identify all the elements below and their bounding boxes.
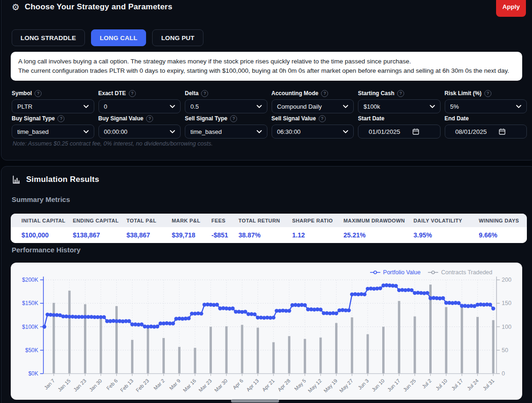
help-icon[interactable]: ? — [201, 90, 208, 97]
tab-long-call[interactable]: LONG CALL — [91, 29, 147, 46]
exact-dte-label: Exact DTE? — [98, 90, 181, 97]
results-card-title: Simulation Results — [26, 175, 99, 184]
svg-text:Jul 17: Jul 17 — [450, 378, 464, 391]
accounting-mode-label: Accounting Mode? — [272, 90, 354, 97]
parameters-row-1: Symbol? PLTR Exact DTE? 0 Delta? 0.5 Acc… — [12, 90, 527, 113]
sell-signal-value-field-group: Sell Signal Value? 06:30:00 — [272, 115, 354, 139]
risk-limit-label: Risk Limit (%)? — [445, 90, 527, 97]
chevron-down-icon — [170, 105, 175, 108]
chevron-down-icon — [170, 130, 175, 133]
symbol-label: Symbol? — [12, 90, 94, 97]
svg-text:Jan 15: Jan 15 — [56, 378, 71, 393]
sell-signal-value-label: Sell Signal Value? — [272, 115, 354, 122]
metric-header: DAILY VOLATILITY — [413, 218, 479, 223]
help-icon[interactable]: ? — [484, 90, 491, 97]
bar-chart-icon — [12, 175, 21, 184]
exact-dte-select[interactable]: 0 — [98, 99, 181, 113]
svg-text:May 27: May 27 — [338, 378, 354, 394]
svg-text:Jul 2: Jul 2 — [421, 378, 433, 389]
summary-metrics-title: Summary Metrics — [12, 195, 70, 203]
tab-long-put[interactable]: LONG PUT — [152, 29, 203, 46]
svg-text:Jun 17: Jun 17 — [386, 378, 401, 393]
help-icon[interactable]: ? — [230, 115, 237, 122]
sell-signal-type-select[interactable]: time_based — [185, 125, 267, 139]
summary-metrics-table: INITIAL CAPITAL ENDING CAPITAL TOTAL P&L… — [11, 214, 527, 243]
line-marker-icon — [370, 270, 380, 275]
svg-text:Jul 10: Jul 10 — [434, 378, 448, 391]
metric-header: TOTAL RETURN — [238, 218, 292, 223]
chevron-down-icon — [257, 130, 262, 133]
starting-cash-select[interactable]: $100k — [358, 99, 441, 113]
help-icon[interactable]: ? — [319, 115, 326, 122]
accounting-mode-select[interactable]: Compound Daily — [272, 99, 354, 113]
horizontal-scrollbar-thumb[interactable] — [231, 399, 279, 403]
calendar-icon[interactable] — [499, 128, 505, 135]
buy-signal-value-field-group: Buy Signal Value? 00:00:00 — [98, 115, 181, 139]
strategy-tabs: LONG STRADDLE LONG CALL LONG PUT — [12, 29, 203, 46]
performance-history-title: Performance History — [12, 246, 81, 254]
svg-text:$200K: $200K — [22, 277, 38, 283]
gear-icon: ⚙ — [12, 3, 20, 12]
metrics-header-row: INITIAL CAPITAL ENDING CAPITAL TOTAL P&L… — [11, 214, 527, 227]
buy-signal-value-select[interactable]: 00:00:00 — [98, 125, 181, 139]
svg-text:Mar 2: Mar 2 — [153, 378, 166, 391]
legend-contracts-tradeded[interactable]: Contracts Tradeded — [428, 269, 492, 276]
calendar-icon[interactable] — [413, 128, 419, 135]
simulation-results-card: Simulation Results Summary Metrics INITI… — [1, 166, 532, 403]
accounting-mode-field-group: Accounting Mode? Compound Daily — [272, 90, 354, 113]
help-icon[interactable]: ? — [146, 115, 153, 122]
legend-portfolio-value[interactable]: Portfolio Value — [370, 269, 420, 276]
help-icon[interactable]: ? — [397, 90, 404, 97]
svg-text:Jun 25: Jun 25 — [402, 378, 417, 393]
metric-value: -$851 — [211, 231, 238, 239]
metric-value: 38.87% — [238, 231, 292, 239]
end-date-label: End Date — [445, 115, 527, 122]
help-icon[interactable]: ? — [321, 90, 328, 97]
metric-header: SHARPE RATIO — [292, 218, 343, 223]
svg-text:Jan 23: Jan 23 — [72, 378, 87, 393]
start-date-input[interactable]: 01/01/2025 — [358, 125, 441, 139]
delta-select[interactable]: 0.5 — [185, 99, 267, 113]
svg-text:Mar 30: Mar 30 — [213, 378, 229, 393]
line-marker-icon — [428, 270, 438, 275]
strategy-card-title: Choose Your Strategy and Parameters — [25, 2, 172, 12]
apply-button[interactable]: Apply — [496, 0, 526, 17]
results-card-header: Simulation Results — [12, 175, 99, 184]
metric-value: 3.95% — [413, 231, 479, 239]
metric-value: 9.66% — [479, 231, 527, 239]
symbol-field-group: Symbol? PLTR — [12, 90, 94, 113]
buy-signal-type-select[interactable]: time_based — [12, 125, 94, 139]
starting-cash-label: Starting Cash? — [358, 90, 441, 97]
svg-text:May 12: May 12 — [307, 378, 322, 394]
metric-header: MARK P&L — [172, 218, 211, 223]
metric-header: WINNING DAYS — [479, 218, 527, 223]
help-icon[interactable]: ? — [35, 90, 42, 97]
start-date-field-group: Start Date 01/01/2025 — [358, 115, 441, 139]
end-date-input[interactable]: 08/01/2025 — [445, 125, 527, 139]
strategy-description-line-2: The current configuration trades PLTR wi… — [18, 66, 515, 76]
chevron-down-icon — [430, 105, 435, 108]
metric-value: 1.12 — [292, 231, 343, 239]
performance-chart-panel: Portfolio Value Contracts Tradeded $0K0$… — [11, 263, 522, 400]
chevron-down-icon — [516, 105, 521, 108]
sell-signal-type-label: Sell Signal Type? — [185, 115, 267, 122]
exact-dte-field-group: Exact DTE? 0 — [98, 90, 181, 113]
symbol-select[interactable]: PLTR — [12, 99, 94, 113]
svg-text:Apr 6: Apr 6 — [231, 378, 244, 390]
help-icon[interactable]: ? — [57, 115, 64, 122]
metric-value: $100,000 — [21, 231, 73, 239]
tab-long-straddle[interactable]: LONG STRADDLE — [12, 29, 85, 46]
svg-text:Mar 23: Mar 23 — [197, 378, 213, 393]
svg-text:Apr 21: Apr 21 — [261, 378, 275, 392]
end-date-field-group: End Date 08/01/2025 — [445, 115, 527, 139]
svg-text:$50K: $50K — [25, 347, 38, 354]
fees-note: Note: Assumes $0.25 contract fee, 0% int… — [13, 140, 213, 147]
buy-signal-type-field-group: Buy Signal Type? time_based — [12, 115, 94, 139]
metric-value: 25.21% — [343, 231, 413, 239]
svg-text:Apr 13: Apr 13 — [245, 378, 259, 392]
sell-signal-value-select[interactable]: 06:30:00 — [272, 125, 354, 139]
risk-limit-select[interactable]: 5% — [445, 99, 527, 113]
svg-text:Jan 7: Jan 7 — [43, 378, 56, 391]
svg-text:Jul 31: Jul 31 — [482, 378, 495, 391]
help-icon[interactable]: ? — [129, 90, 136, 97]
